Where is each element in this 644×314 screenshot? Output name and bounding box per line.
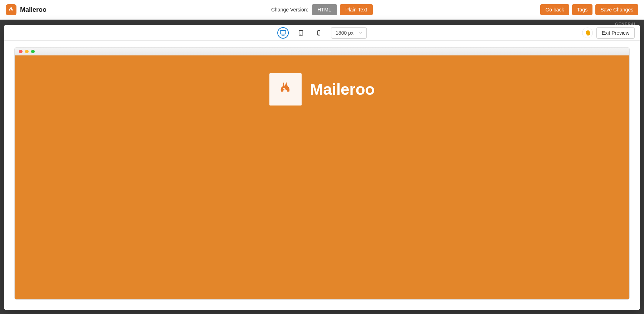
preview-toolbar: 1800 px Exit Preview xyxy=(4,25,640,41)
mock-browser-window: Maileroo xyxy=(14,47,630,300)
svg-rect-0 xyxy=(280,30,286,34)
window-maximize-icon xyxy=(31,50,35,53)
preview-stage: Maileroo xyxy=(4,41,640,310)
go-back-button[interactable]: Go back xyxy=(540,4,569,15)
email-hero-text: Maileroo xyxy=(310,80,375,98)
viewport-mobile-button[interactable] xyxy=(313,27,325,39)
version-pill-group: HTML Plain Text xyxy=(312,4,373,15)
version-plaintext-button[interactable]: Plain Text xyxy=(340,4,373,15)
kangaroo-icon xyxy=(8,6,15,13)
viewport-width-select[interactable]: 1800 px xyxy=(331,27,367,39)
window-minimize-icon xyxy=(25,50,29,53)
chevron-down-icon xyxy=(358,31,363,35)
preview-overlay: 1800 px Exit Preview xyxy=(4,25,640,310)
mock-window-titlebar xyxy=(15,48,629,55)
kangaroo-icon xyxy=(277,80,294,98)
viewport-controls: 1800 px xyxy=(277,27,367,39)
preview-settings-button[interactable] xyxy=(582,28,593,38)
email-logo-box xyxy=(269,73,302,106)
viewport-tablet-button[interactable] xyxy=(295,27,307,39)
version-switch: Change Version: HTML Plain Text xyxy=(271,4,373,15)
svg-point-2 xyxy=(301,34,301,35)
change-version-label: Change Version: xyxy=(271,7,308,13)
version-html-button[interactable]: HTML xyxy=(312,4,337,15)
header-actions: Go back Tags Save Changes xyxy=(540,4,638,15)
mobile-icon xyxy=(316,30,322,36)
email-hero: Maileroo xyxy=(269,73,375,106)
gear-icon xyxy=(584,30,591,36)
preview-toolbar-right: Exit Preview xyxy=(582,27,635,39)
tags-button[interactable]: Tags xyxy=(572,4,593,15)
exit-preview-button[interactable]: Exit Preview xyxy=(596,27,635,39)
svg-point-4 xyxy=(318,34,319,35)
viewport-desktop-button[interactable] xyxy=(277,27,289,39)
tablet-icon xyxy=(298,30,304,36)
brand-name: Maileroo xyxy=(20,6,47,14)
desktop-icon xyxy=(279,29,287,36)
viewport-width-value: 1800 px xyxy=(336,30,353,36)
brand-logo xyxy=(6,4,16,15)
window-close-icon xyxy=(19,50,23,53)
brand: Maileroo xyxy=(6,4,47,15)
app-header: Maileroo Change Version: HTML Plain Text… xyxy=(0,0,644,20)
email-canvas: Maileroo xyxy=(15,55,629,299)
save-changes-button[interactable]: Save Changes xyxy=(595,4,638,15)
